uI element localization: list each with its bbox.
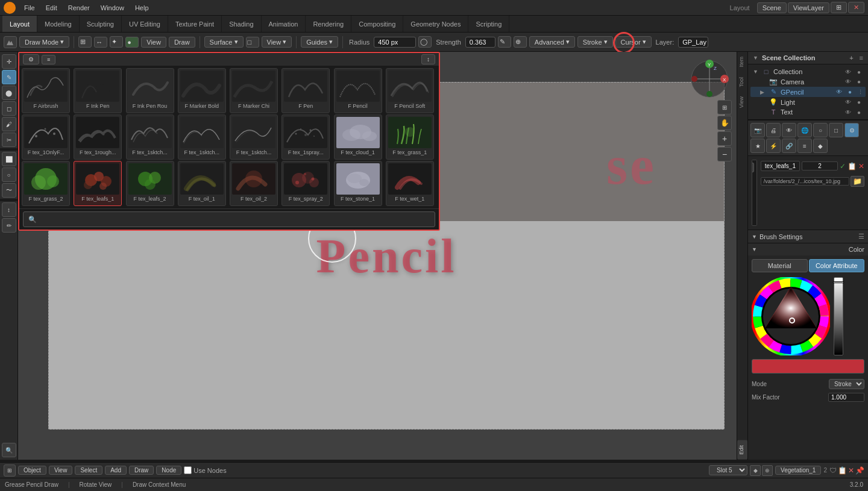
brush-path-field[interactable]: /var/folders/2_/...icos/tex_10.jpg [761,177,849,186]
ws-tab-scripting[interactable]: Scripting [468,16,509,32]
toolbar-mode-select[interactable]: Draw Mode ▾ [19,36,69,48]
tree-item-light[interactable]: 💡 Light 👁 ● [750,97,866,107]
props-tab-world[interactable]: ○ [813,123,828,137]
props-tab-particles[interactable]: ★ [750,139,765,153]
color-section-header[interactable]: ▼ Color [748,243,868,255]
ws-tab-animation[interactable]: Animation [262,16,306,32]
tree-item-gpencil[interactable]: ▶ ✎ GPencil 👁 ● ⋮ [750,87,866,97]
viewport[interactable]: ⚙ ≡ ↕ F Airbrush [18,52,737,460]
brush-pin-icon[interactable]: 📌 [752,163,754,172]
brush-tex-sketch2[interactable]: F tex_1sktch... [178,114,226,160]
brush-tex-grass2[interactable]: F tex_grass_2 [22,161,70,206]
color-brightness-slider[interactable] [834,277,843,355]
view-pan-btn[interactable]: ✋ [717,116,732,130]
tree-item-text[interactable]: T Text 👁 ● [750,107,866,117]
scene-input[interactable]: Scene [757,2,787,13]
brush-marker-chi[interactable]: F Marker Chi [230,68,278,113]
ws-tab-uv[interactable]: UV Editing [122,16,168,32]
scene-add-btn[interactable]: + [849,54,853,61]
brush-tex-leafs2[interactable]: F tex_leafs_2 [126,161,174,206]
view-zoom-in-btn[interactable]: + [717,131,732,146]
ws-tab-geometry[interactable]: Geometry Nodes [403,16,468,32]
surface-icon[interactable]: □ [246,37,259,48]
brush-tex-oil2[interactable]: F tex_oil_2 [230,161,278,206]
object-mode-select[interactable]: Object [18,466,46,475]
tool-fill[interactable]: ⬤ [2,86,16,100]
tree-item-camera[interactable]: 📷 Camera 👁 ● [750,77,866,87]
scene-filter-btn[interactable]: ≡ [860,54,863,61]
draw-btn[interactable]: Draw [169,37,195,48]
brush-pencil-soft[interactable]: F Pencil Soft [386,68,434,113]
ws-tab-compositing[interactable]: Compositing [351,16,403,32]
tool-select-lasso[interactable]: 〜 [2,183,16,198]
props-tab-modifier[interactable]: ⚙ [844,123,859,137]
toolbar-icon2[interactable]: ↔ [94,37,107,48]
brush-airbrush[interactable]: F Airbrush [22,68,70,113]
brush-pencil[interactable]: F Pencil [334,68,382,113]
props-tab-constraints[interactable]: 🔗 [782,139,796,153]
props-tab-view[interactable]: 👁 [782,123,796,137]
tool-search[interactable]: 🔍 [2,443,16,457]
bt-select[interactable]: Select [75,466,102,475]
brush-inkpen-round[interactable]: F Ink Pen Rou [126,68,174,113]
col-pin[interactable]: 📌 [855,466,864,475]
cursor-select[interactable]: Cursor ▾ [615,36,652,48]
strength-icon2[interactable]: ⊕ [514,36,527,48]
brush-tex-spray[interactable]: F tex_1spray... [281,114,330,160]
bt-mesh[interactable]: Draw [129,466,154,475]
brush-new-icon[interactable]: 📋 [848,162,857,170]
view-btn[interactable]: View [141,37,166,48]
brush-picker-sort[interactable]: ↕ [421,54,435,64]
brush-tex-rough[interactable]: F tex_1rough... [74,114,122,160]
mat-icon2[interactable]: ⊕ [762,465,773,476]
brush-tex-leafs1[interactable]: F tex_leafs_1 [74,161,122,206]
surface-select[interactable]: Surface ▾ [204,36,244,48]
props-tab-data[interactable]: ≡ [797,139,812,153]
tool-select-circle[interactable]: ○ [2,167,16,182]
brush-tex-grass1[interactable]: F tex_grass_1 [386,114,434,160]
mix-factor-input[interactable] [828,393,864,402]
menu-edit[interactable]: Edit [41,3,62,13]
nav-gizmo[interactable]: X Y Z [688,58,731,100]
brush-settings-section[interactable]: ▼ Brush Settings ☰ [748,230,868,243]
advanced-select[interactable]: Advanced ▾ [529,36,575,48]
vert-label-view[interactable]: View [737,92,747,113]
menu-window[interactable]: Window [96,3,129,13]
mode-select[interactable]: Stroke [829,379,864,389]
col-copy[interactable]: 📋 [838,466,847,475]
tool-annotate[interactable]: ✏ [2,218,16,233]
material-btn[interactable]: Material [752,259,808,272]
brush-check-icon[interactable]: ✓ [840,162,846,170]
ws-tab-sculpting[interactable]: Sculpting [80,16,122,32]
brush-path-browse[interactable]: 📁 [851,176,864,187]
brush-delete-icon[interactable]: ✕ [858,162,864,170]
props-tab-scene[interactable]: 🌐 [797,123,812,137]
props-tab-render[interactable]: 📷 [750,123,765,137]
brush-tex1[interactable]: F tex_1OnlyF... [22,114,70,160]
view-zoom-out-btn[interactable]: − [717,147,732,161]
bt-view[interactable]: View [49,466,73,475]
menu-help[interactable]: Help [130,3,154,13]
tool-draw[interactable]: ✎ [2,70,16,84]
color-wheel[interactable] [752,277,830,355]
tool-cursor[interactable]: ✛ [2,54,16,69]
brush-inkpen[interactable]: F Ink Pen [74,68,122,113]
brush-pen[interactable]: F Pen [281,68,330,113]
view-select[interactable]: View ▾ [262,36,292,48]
props-tab-material[interactable]: ◆ [813,139,828,153]
bt-add[interactable]: Add [105,466,127,475]
brush-count-field[interactable]: 2 [802,161,838,170]
brush-tex-cloud[interactable]: F tex_cloud_1 [334,114,382,160]
brush-tex-wet[interactable]: F tex_wet_1 [386,161,434,206]
tool-tint[interactable]: 🖌 [2,117,16,131]
toolbar-icon1[interactable]: ⊞ [78,36,92,48]
toolbar-icon3[interactable]: ✦ [110,36,123,48]
bt-node[interactable]: Node [156,466,181,475]
strength-value[interactable]: 0.363 [465,37,495,48]
vert-label-tool[interactable]: Tool [737,72,747,92]
toolbar-mode-icon[interactable] [4,36,17,48]
ws-tab-modeling[interactable]: Modeling [37,16,80,32]
collection-name[interactable]: Vegetation_1 [775,466,821,475]
radius-icon[interactable]: ◯ [418,36,432,48]
brush-marker-bold[interactable]: F Marker Bold [178,68,226,113]
